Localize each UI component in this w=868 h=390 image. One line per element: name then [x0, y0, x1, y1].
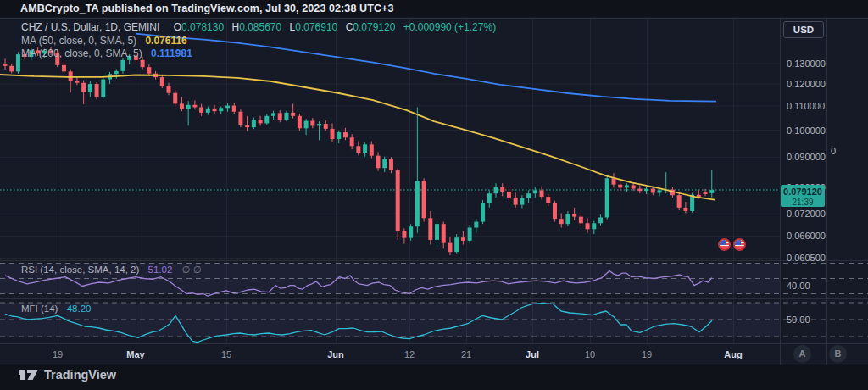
close-value: 0.079120 — [353, 21, 395, 33]
current-price-badge: 0.079120 21:39 — [781, 185, 825, 207]
tradingview-chart-window: 0.1300000.1200000.1100000.1000000.090000… — [0, 0, 868, 390]
svg-text:15: 15 — [221, 349, 231, 359]
tradingview-logo-icon — [19, 367, 39, 382]
rsi-hidden-ma-values: ∅ ∅ — [182, 265, 202, 275]
svg-text:19: 19 — [642, 349, 652, 359]
svg-text:21: 21 — [461, 349, 471, 359]
high-label: H — [231, 21, 239, 33]
svg-text:0.060500: 0.060500 — [787, 253, 826, 263]
currency-toggle-button[interactable]: USD — [783, 21, 824, 38]
rsi-label: RSI (14, close, SMA, 14, 2) — [21, 265, 139, 275]
bar-countdown: 21:39 — [781, 197, 825, 207]
svg-text:19: 19 — [53, 349, 63, 359]
svg-text:0.120000: 0.120000 — [787, 79, 826, 89]
mfi-label: MFI (14) — [21, 304, 58, 314]
close-label: C — [346, 21, 353, 33]
svg-text:0.130000: 0.130000 — [787, 58, 826, 69]
svg-text:May: May — [126, 349, 145, 359]
mfi-axis-tick: 50.00 — [787, 315, 810, 325]
high-value: 0.085670 — [239, 21, 281, 33]
us-flag-icon — [733, 238, 746, 251]
tradingview-logo-text: TradingView — [44, 368, 116, 382]
ma200-legend[interactable]: MA (200, close, 0, SMA, 5) 0.111981 — [21, 47, 192, 59]
svg-text:Aug: Aug — [724, 349, 742, 359]
svg-text:0.066000: 0.066000 — [787, 231, 826, 241]
current-price-value: 0.079120 — [781, 185, 825, 197]
low-value: 0.076910 — [295, 21, 337, 33]
open-label: O — [174, 21, 181, 33]
svg-text:10: 10 — [585, 349, 595, 359]
ma200-label: MA (200, close, 0, SMA, 5) — [21, 47, 142, 59]
pane-b-button[interactable]: B — [829, 345, 847, 363]
ma50-legend[interactable]: MA (50, close, 0, SMA, 5) 0.076116 — [21, 35, 187, 47]
mfi-legend[interactable]: MFI (14) 48.20 — [21, 304, 91, 314]
ma200-value: 0.111981 — [151, 47, 192, 59]
ma50-value: 0.076116 — [145, 35, 186, 47]
svg-text:12: 12 — [404, 349, 415, 359]
svg-text:0.100000: 0.100000 — [787, 125, 826, 136]
us-flag-icon — [718, 238, 731, 251]
open-value: 0.078130 — [181, 21, 224, 33]
pane-a-button[interactable]: A — [793, 345, 811, 363]
change-value: +0.000990 (+1.27%) — [403, 21, 496, 33]
svg-text:Jun: Jun — [327, 349, 344, 359]
svg-text:0.072000: 0.072000 — [787, 209, 826, 219]
rsi-legend[interactable]: RSI (14, close, SMA, 14, 2) 51.02 ∅ ∅ — [21, 264, 202, 276]
svg-text:0.110000: 0.110000 — [787, 101, 825, 111]
svg-text:0.090000: 0.090000 — [787, 152, 826, 162]
secondary-axis-tick: 0 — [831, 146, 836, 156]
tradingview-logo[interactable]: TradingView — [19, 367, 116, 382]
svg-text:Jul: Jul — [526, 349, 539, 359]
symbol-title[interactable]: CHZ / U.S. Dollar, 1D, GEMINI — [21, 21, 159, 33]
rsi-value: 51.02 — [148, 265, 173, 275]
attribution-header: AMBCrypto_TA published on TradingView.co… — [20, 3, 394, 14]
rsi-axis-tick: 40.00 — [787, 281, 810, 291]
flag-stickers — [718, 238, 746, 251]
symbol-legend[interactable]: CHZ / U.S. Dollar, 1D, GEMINI O0.078130 … — [21, 21, 496, 33]
mfi-value: 48.20 — [67, 304, 92, 314]
ma50-label: MA (50, close, 0, SMA, 5) — [21, 35, 136, 47]
